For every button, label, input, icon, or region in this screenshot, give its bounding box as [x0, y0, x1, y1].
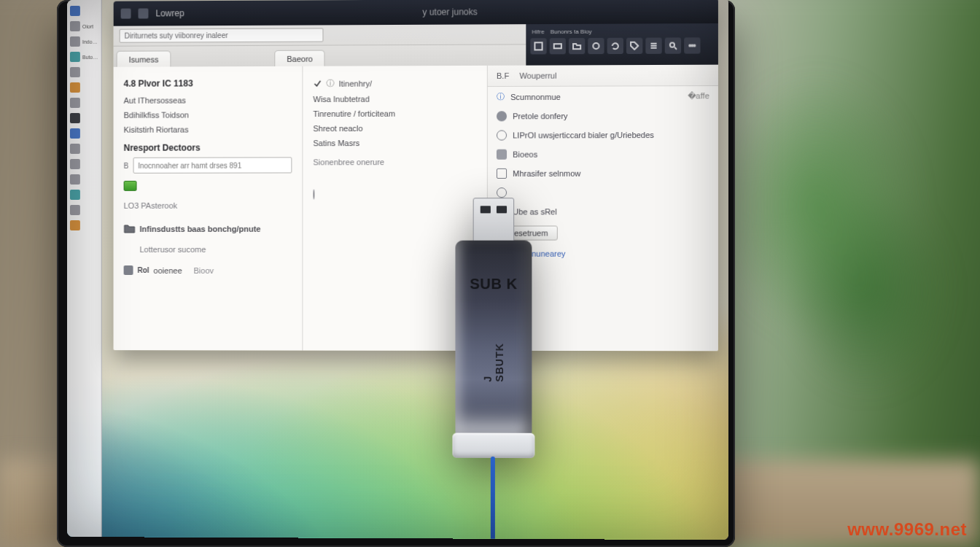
- radio-control[interactable]: [313, 190, 314, 198]
- list-item[interactable]: ⓘ Itinenhry/: [313, 74, 476, 92]
- dock-item[interactable]: [67, 112, 101, 125]
- toolbar-button[interactable]: [588, 38, 604, 54]
- toolbar-button[interactable]: [550, 38, 566, 54]
- toolbar-button[interactable]: [569, 38, 585, 54]
- usb-cap: [452, 433, 534, 459]
- svg-point-6: [693, 44, 695, 46]
- app-icon: [70, 174, 80, 185]
- dock-item[interactable]: [67, 203, 101, 217]
- usb-body: SUB K J SBUTK: [455, 241, 532, 439]
- pane-subheading: Nresport Dectoors: [124, 142, 292, 153]
- tag-icon: [630, 42, 639, 50]
- app-menu-icon[interactable]: [121, 9, 131, 19]
- pane-heading: 4.8 Plvor IC 1183: [124, 78, 292, 89]
- left-pane: 4.8 Plvor IC 1183 Aut IThersosseas Bdihi…: [114, 66, 303, 351]
- app-icon: [70, 67, 80, 77]
- window-title: y utoer junoks: [422, 7, 477, 17]
- shield-icon: [497, 111, 507, 121]
- header-left: B.F: [497, 71, 509, 80]
- list-item[interactable]: Shreot neaclo: [313, 120, 476, 136]
- footer-row[interactable]: Rol ooienee Bioov: [124, 263, 292, 278]
- dock-item[interactable]: [67, 142, 101, 155]
- svg-rect-1: [554, 44, 561, 48]
- list-icon: [649, 42, 658, 50]
- toolbar-button[interactable]: [530, 38, 546, 54]
- svg-rect-0: [534, 42, 542, 50]
- monitor-bezel: Oiort Indoverty Butono Lowrep y utoer ju…: [57, 0, 735, 547]
- dock-item[interactable]: Butono: [67, 50, 101, 63]
- dock-label: Indoverty: [82, 39, 98, 44]
- app-icon: [70, 128, 80, 139]
- checkbox-icon: [124, 181, 137, 191]
- dock-label: Oiort: [82, 23, 93, 28]
- usb-drive-graphic: SUB K J SBUTK: [445, 198, 542, 477]
- refresh-icon: [611, 42, 620, 50]
- folder-row[interactable]: Infinsdustts baas bonchg/pnute: [124, 220, 292, 238]
- folder-subtitle: Lotterusor sucome: [124, 242, 292, 257]
- expand-icon[interactable]: �affe: [688, 91, 709, 101]
- app-icon: [70, 36, 80, 47]
- check-icon: [313, 79, 322, 88]
- usb-plug: [473, 198, 515, 247]
- checkbox-row[interactable]: [124, 177, 292, 193]
- toolbar-button[interactable]: [645, 38, 661, 54]
- app-menu-icon[interactable]: [139, 8, 149, 18]
- dock-item[interactable]: [67, 96, 101, 109]
- text-input[interactable]: [133, 157, 292, 173]
- toolbar-button[interactable]: [626, 38, 642, 54]
- tab-secondary[interactable]: Baeoro: [274, 50, 325, 66]
- usb-cable: [491, 457, 495, 540]
- app-icon: [70, 190, 80, 200]
- list-item[interactable]: LIPrOI uwsjerticcard bialer g/Uriebedes: [488, 125, 718, 145]
- app-icon: [70, 159, 80, 169]
- svg-point-4: [689, 45, 691, 47]
- address-field[interactable]: Diriturnets suty viibonrey inaleer: [120, 28, 324, 42]
- folder-icon: [124, 223, 136, 235]
- dock-item[interactable]: [67, 173, 101, 186]
- dock-item[interactable]: [67, 158, 101, 171]
- header-right: Wouperrul: [519, 71, 556, 80]
- toolbar-button[interactable]: [684, 37, 700, 53]
- dock-item[interactable]: [67, 66, 101, 79]
- dock-item[interactable]: [67, 81, 101, 94]
- print-icon: [553, 42, 562, 50]
- screen: Oiort Indoverty Butono Lowrep y utoer ju…: [67, 0, 728, 540]
- app-name: Lowrep: [155, 8, 184, 18]
- dock-item[interactable]: Indoverty: [67, 35, 101, 48]
- list-item[interactable]: Kisitstirh Riortaras: [124, 122, 292, 137]
- monitor-icon: [497, 168, 507, 179]
- list-item[interactable]: Bioeos: [488, 144, 718, 164]
- app-icon: [70, 144, 80, 154]
- app-icon: [70, 98, 80, 108]
- globe-icon: [497, 130, 507, 140]
- list-item[interactable]: Wisa Inubtetrad: [313, 91, 476, 106]
- list-item[interactable]: Aut IThersosseas: [124, 93, 292, 108]
- list-item[interactable]: Mhrasifer selnmow: [488, 163, 718, 183]
- window-titlebar[interactable]: Lowrep y utoer junoks: [114, 0, 718, 26]
- app-icon: [70, 82, 80, 93]
- app-icon: [70, 113, 80, 123]
- sub-label: Sionenbree onerure: [313, 155, 476, 170]
- list-item[interactable]: Pretole donfery: [488, 106, 718, 125]
- drive-icon: [497, 150, 507, 160]
- dock-item[interactable]: Oiort: [67, 20, 101, 33]
- dock-item[interactable]: [67, 127, 101, 140]
- input-row: B: [124, 157, 292, 174]
- app-icon: [70, 220, 80, 230]
- tab-label: Baeoro: [287, 55, 313, 63]
- toolbar-button[interactable]: [607, 38, 623, 54]
- list-item[interactable]: Tinrenutire / forticiteam: [313, 106, 476, 121]
- list-item[interactable]: Bdihilkfiss Toidson: [124, 107, 292, 123]
- dock-item[interactable]: [67, 4, 101, 18]
- dock-item[interactable]: [67, 188, 101, 201]
- pane-header: B.F Wouperrul: [488, 65, 718, 87]
- folder-label: Infinsdustts baas bonchg/pnute: [140, 225, 261, 233]
- svg-point-2: [593, 43, 599, 49]
- list-item[interactable]: Satins Masrs: [313, 136, 476, 151]
- toolbar-button[interactable]: [665, 37, 681, 53]
- toolbar-group-label: Bunonrs ta Bioy: [551, 28, 592, 35]
- dock-item[interactable]: [67, 219, 101, 232]
- tab-primary[interactable]: Isumess: [117, 50, 171, 66]
- app-icon: [70, 205, 80, 215]
- list-item[interactable]: ⓘ Scumnonmue �affe: [488, 86, 718, 106]
